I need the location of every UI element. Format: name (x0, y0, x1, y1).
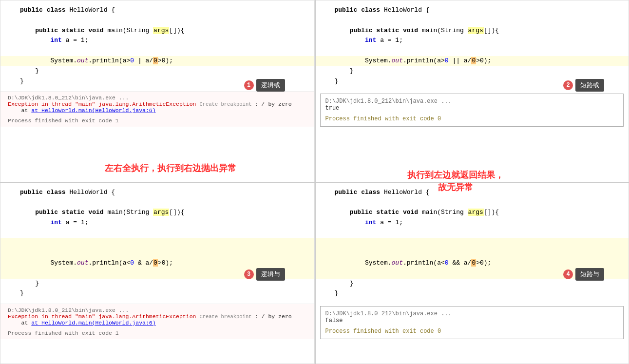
code-area-bottom-left: public class HelloWorld { public static … (0, 183, 314, 304)
keyword: public (350, 209, 373, 216)
error-exception: Exception in thread "main" java.lang.Ari… (8, 101, 196, 107)
badge-num-1: 1 (244, 80, 254, 90)
code-area-top-left: public class HelloWorld { public static … (0, 0, 314, 91)
error-link: at HelloWorld.main(HelloWorld.java:6) (31, 107, 155, 114)
code-line: public class HelloWorld { (20, 5, 307, 16)
output-path: D:\JDK\jdk1.8.0_212\bin\java.exe ... (325, 310, 619, 317)
error-finished: Process finished with exit code 1 (8, 117, 309, 124)
keyword: public (20, 6, 43, 14)
code-line: public class HelloWorld { (335, 5, 622, 16)
error-link: at HelloWorld.main(HelloWorld.java:6) (31, 320, 155, 326)
field: out (392, 259, 403, 267)
error-box-top-left: D:\JDK\jdk1.8.0_212\bin\java.exe ... Exc… (0, 91, 314, 127)
code-line: int a = 1; (335, 218, 622, 228)
output-box-bottom-right: D:\JDK\jdk1.8.0_212\bin\java.exe ... fal… (320, 306, 624, 339)
keyword: public (335, 189, 358, 196)
number: 0 (445, 57, 449, 64)
code-line (335, 197, 622, 208)
badge-container-4: 4 短路与 (563, 268, 604, 281)
code-line: int a = 1; (335, 36, 622, 46)
badge-label-1: 逻辑或 (256, 79, 285, 92)
keyword-int: int (365, 219, 376, 226)
error-exception-line: Exception in thread "main" java.lang.Ari… (8, 313, 309, 320)
code-line: } (335, 288, 622, 299)
highlight: args (153, 27, 169, 34)
badge-label-4: 短路与 (575, 268, 604, 281)
badge-num-2: 2 (563, 80, 573, 90)
error-box-bottom-left: D:\JDK\jdk1.8.0_212\bin\java.exe ... Exc… (0, 304, 314, 339)
code-line: public static void main(String args[]){ (20, 26, 307, 36)
field: out (77, 57, 88, 64)
code-line: public class HelloWorld { (20, 188, 307, 198)
output-result: false (325, 317, 619, 324)
error-exception-line: Exception in thread "main" java.lang.Ari… (8, 101, 309, 107)
code-line (20, 197, 307, 208)
keyword: public (335, 6, 358, 14)
code-line: int a = 1; (20, 218, 307, 228)
panel-bottom-left: public class HelloWorld { public static … (0, 182, 315, 364)
error-finished: Process finished with exit code 1 (8, 330, 309, 336)
output-result: true (325, 105, 619, 112)
code-line (335, 228, 622, 238)
output-finished: Process finished with exit code 0 (325, 115, 619, 122)
error-create: Create breakpoint (199, 101, 254, 107)
keyword-int: int (50, 37, 61, 44)
highlight: args (468, 27, 484, 34)
number: 0 (130, 57, 134, 64)
badge-num-3: 3 (244, 269, 254, 279)
highlight-orange: 0 (471, 259, 476, 267)
error-path: D:\JDK\jdk1.8.0_212\bin\java.exe ... (8, 95, 309, 101)
keyword: public (350, 27, 373, 34)
error-at: at at HelloWorld.main(HelloWorld.java:6) (8, 320, 309, 326)
panel-top-right: public class HelloWorld { public static … (315, 0, 629, 182)
code-line: public static void main(String args[]){ (20, 208, 307, 218)
code-area-top-right: public class HelloWorld { public static … (315, 0, 629, 91)
main-container: public class HelloWorld { public static … (0, 0, 629, 364)
error-at: at at HelloWorld.main(HelloWorld.java:6) (8, 107, 309, 114)
error-detail: : / by zero (255, 101, 292, 107)
output-finished: Process finished with exit code 0 (325, 328, 619, 335)
highlight-orange: 0 (153, 259, 158, 267)
panel-top-left: public class HelloWorld { public static … (0, 0, 315, 182)
keyword: static (62, 27, 85, 34)
code-line-highlighted: System.out.println(a>0 | a/0>0); (0, 56, 315, 66)
code-line-highlighted: System.out.println(a>0 || a/0>0); (315, 56, 629, 66)
code-line: int a = 1; (20, 36, 307, 46)
code-line (20, 46, 307, 56)
code-line: public static void main(String args[]){ (335, 26, 622, 36)
keyword: static (376, 209, 399, 216)
badge-container-3: 3 逻辑与 (244, 268, 285, 281)
number: 0 (445, 259, 449, 267)
error-detail: : / by zero (255, 313, 292, 320)
code-line: public static void main(String args[]){ (335, 208, 622, 218)
keyword: public (35, 27, 58, 34)
field: out (77, 259, 88, 267)
code-line (335, 16, 622, 26)
code-line: } (20, 66, 307, 77)
badge-label-2: 短路或 (575, 79, 604, 92)
code-line (20, 228, 307, 238)
keyword: class (47, 6, 66, 14)
badge-num-4: 4 (563, 269, 573, 279)
error-path: D:\JDK\jdk1.8.0_212\bin\java.exe ... (8, 307, 309, 313)
keyword: class (47, 189, 66, 196)
error-exception: Exception in thread "main" java.lang.Ari… (8, 313, 196, 320)
keyword: public (35, 209, 58, 216)
output-box-top-right: D:\JDK\jdk1.8.0_212\bin\java.exe ... tru… (320, 94, 624, 127)
annotation-right: 执行到左边就返回结果， 故无异常 (370, 169, 541, 193)
keyword: void (88, 27, 103, 34)
badge-label-3: 逻辑与 (256, 268, 285, 281)
code-line: } (335, 66, 622, 77)
highlight: args (153, 209, 169, 216)
annotation-middle: 左右全执行，执行到右边抛出异常 (73, 162, 268, 174)
keyword: static (376, 27, 399, 34)
output-path: D:\JDK\jdk1.8.0_212\bin\java.exe ... (325, 98, 619, 105)
number: 0 (130, 259, 134, 267)
keyword: static (62, 209, 85, 216)
code-area-bottom-right: public class HelloWorld { public static … (315, 183, 629, 304)
keyword: void (88, 209, 103, 216)
code-line: } (20, 288, 307, 299)
error-create: Create breakpoint (199, 314, 254, 320)
keyword-int: int (50, 219, 61, 226)
field: out (392, 57, 403, 64)
